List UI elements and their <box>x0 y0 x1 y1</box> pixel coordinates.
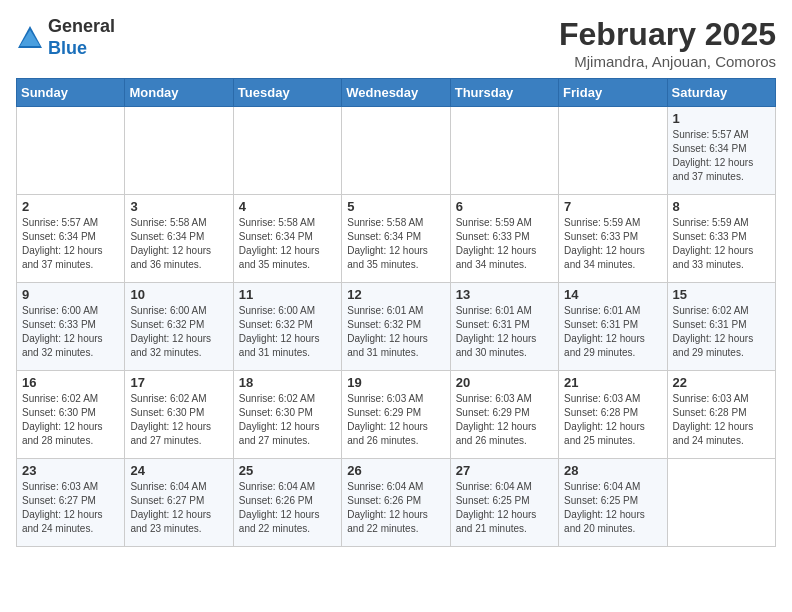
day-number: 4 <box>239 199 336 214</box>
day-info: Sunrise: 6:02 AM Sunset: 6:30 PM Dayligh… <box>130 392 227 448</box>
calendar-cell: 11Sunrise: 6:00 AM Sunset: 6:32 PM Dayli… <box>233 283 341 371</box>
day-number: 25 <box>239 463 336 478</box>
calendar-cell <box>450 107 558 195</box>
day-number: 12 <box>347 287 444 302</box>
calendar-cell: 20Sunrise: 6:03 AM Sunset: 6:29 PM Dayli… <box>450 371 558 459</box>
day-info: Sunrise: 6:01 AM Sunset: 6:32 PM Dayligh… <box>347 304 444 360</box>
day-info: Sunrise: 6:00 AM Sunset: 6:32 PM Dayligh… <box>239 304 336 360</box>
calendar-cell: 1Sunrise: 5:57 AM Sunset: 6:34 PM Daylig… <box>667 107 775 195</box>
day-info: Sunrise: 5:58 AM Sunset: 6:34 PM Dayligh… <box>347 216 444 272</box>
day-number: 3 <box>130 199 227 214</box>
calendar-cell: 19Sunrise: 6:03 AM Sunset: 6:29 PM Dayli… <box>342 371 450 459</box>
day-info: Sunrise: 5:58 AM Sunset: 6:34 PM Dayligh… <box>130 216 227 272</box>
calendar-cell <box>667 459 775 547</box>
day-info: Sunrise: 5:57 AM Sunset: 6:34 PM Dayligh… <box>22 216 119 272</box>
calendar-cell: 3Sunrise: 5:58 AM Sunset: 6:34 PM Daylig… <box>125 195 233 283</box>
logo: General Blue <box>16 16 115 59</box>
calendar-cell: 2Sunrise: 5:57 AM Sunset: 6:34 PM Daylig… <box>17 195 125 283</box>
weekday-header-wednesday: Wednesday <box>342 79 450 107</box>
day-info: Sunrise: 6:01 AM Sunset: 6:31 PM Dayligh… <box>456 304 553 360</box>
day-info: Sunrise: 5:58 AM Sunset: 6:34 PM Dayligh… <box>239 216 336 272</box>
day-info: Sunrise: 6:04 AM Sunset: 6:27 PM Dayligh… <box>130 480 227 536</box>
calendar-table: SundayMondayTuesdayWednesdayThursdayFrid… <box>16 78 776 547</box>
calendar-cell: 14Sunrise: 6:01 AM Sunset: 6:31 PM Dayli… <box>559 283 667 371</box>
calendar-cell: 7Sunrise: 5:59 AM Sunset: 6:33 PM Daylig… <box>559 195 667 283</box>
day-number: 6 <box>456 199 553 214</box>
day-info: Sunrise: 6:03 AM Sunset: 6:29 PM Dayligh… <box>456 392 553 448</box>
day-info: Sunrise: 6:00 AM Sunset: 6:32 PM Dayligh… <box>130 304 227 360</box>
calendar-cell <box>125 107 233 195</box>
calendar-cell: 6Sunrise: 5:59 AM Sunset: 6:33 PM Daylig… <box>450 195 558 283</box>
day-info: Sunrise: 6:03 AM Sunset: 6:29 PM Dayligh… <box>347 392 444 448</box>
day-number: 13 <box>456 287 553 302</box>
day-info: Sunrise: 5:59 AM Sunset: 6:33 PM Dayligh… <box>456 216 553 272</box>
day-number: 24 <box>130 463 227 478</box>
day-number: 5 <box>347 199 444 214</box>
calendar-cell: 16Sunrise: 6:02 AM Sunset: 6:30 PM Dayli… <box>17 371 125 459</box>
logo-blue-text: Blue <box>48 38 87 58</box>
weekday-header-saturday: Saturday <box>667 79 775 107</box>
day-number: 11 <box>239 287 336 302</box>
calendar-cell: 23Sunrise: 6:03 AM Sunset: 6:27 PM Dayli… <box>17 459 125 547</box>
day-number: 28 <box>564 463 661 478</box>
calendar-cell: 21Sunrise: 6:03 AM Sunset: 6:28 PM Dayli… <box>559 371 667 459</box>
day-info: Sunrise: 6:01 AM Sunset: 6:31 PM Dayligh… <box>564 304 661 360</box>
weekday-header-tuesday: Tuesday <box>233 79 341 107</box>
day-number: 20 <box>456 375 553 390</box>
calendar-cell: 24Sunrise: 6:04 AM Sunset: 6:27 PM Dayli… <box>125 459 233 547</box>
day-info: Sunrise: 6:02 AM Sunset: 6:30 PM Dayligh… <box>239 392 336 448</box>
calendar-cell <box>233 107 341 195</box>
calendar-cell: 26Sunrise: 6:04 AM Sunset: 6:26 PM Dayli… <box>342 459 450 547</box>
calendar-week-row: 1Sunrise: 5:57 AM Sunset: 6:34 PM Daylig… <box>17 107 776 195</box>
day-info: Sunrise: 6:02 AM Sunset: 6:31 PM Dayligh… <box>673 304 770 360</box>
weekday-header-friday: Friday <box>559 79 667 107</box>
svg-marker-1 <box>20 30 40 46</box>
calendar-week-row: 9Sunrise: 6:00 AM Sunset: 6:33 PM Daylig… <box>17 283 776 371</box>
day-number: 9 <box>22 287 119 302</box>
day-info: Sunrise: 5:59 AM Sunset: 6:33 PM Dayligh… <box>564 216 661 272</box>
weekday-header-sunday: Sunday <box>17 79 125 107</box>
day-info: Sunrise: 6:04 AM Sunset: 6:26 PM Dayligh… <box>347 480 444 536</box>
calendar-cell: 13Sunrise: 6:01 AM Sunset: 6:31 PM Dayli… <box>450 283 558 371</box>
day-number: 18 <box>239 375 336 390</box>
calendar-cell: 25Sunrise: 6:04 AM Sunset: 6:26 PM Dayli… <box>233 459 341 547</box>
logo-general-text: General <box>48 16 115 36</box>
calendar-cell: 10Sunrise: 6:00 AM Sunset: 6:32 PM Dayli… <box>125 283 233 371</box>
weekday-header-monday: Monday <box>125 79 233 107</box>
day-number: 19 <box>347 375 444 390</box>
day-number: 7 <box>564 199 661 214</box>
calendar-cell: 27Sunrise: 6:04 AM Sunset: 6:25 PM Dayli… <box>450 459 558 547</box>
calendar-cell: 4Sunrise: 5:58 AM Sunset: 6:34 PM Daylig… <box>233 195 341 283</box>
calendar-week-row: 23Sunrise: 6:03 AM Sunset: 6:27 PM Dayli… <box>17 459 776 547</box>
day-info: Sunrise: 5:57 AM Sunset: 6:34 PM Dayligh… <box>673 128 770 184</box>
logo-icon <box>16 24 44 52</box>
calendar-cell <box>559 107 667 195</box>
day-info: Sunrise: 6:00 AM Sunset: 6:33 PM Dayligh… <box>22 304 119 360</box>
calendar-cell: 5Sunrise: 5:58 AM Sunset: 6:34 PM Daylig… <box>342 195 450 283</box>
weekday-header-thursday: Thursday <box>450 79 558 107</box>
day-info: Sunrise: 6:04 AM Sunset: 6:26 PM Dayligh… <box>239 480 336 536</box>
day-info: Sunrise: 5:59 AM Sunset: 6:33 PM Dayligh… <box>673 216 770 272</box>
day-number: 10 <box>130 287 227 302</box>
calendar-cell <box>342 107 450 195</box>
page-header: General Blue February 2025 Mjimandra, An… <box>16 16 776 70</box>
day-info: Sunrise: 6:02 AM Sunset: 6:30 PM Dayligh… <box>22 392 119 448</box>
calendar-week-row: 2Sunrise: 5:57 AM Sunset: 6:34 PM Daylig… <box>17 195 776 283</box>
day-info: Sunrise: 6:03 AM Sunset: 6:28 PM Dayligh… <box>673 392 770 448</box>
month-title: February 2025 <box>559 16 776 53</box>
weekday-header-row: SundayMondayTuesdayWednesdayThursdayFrid… <box>17 79 776 107</box>
calendar-cell: 22Sunrise: 6:03 AM Sunset: 6:28 PM Dayli… <box>667 371 775 459</box>
calendar-cell: 18Sunrise: 6:02 AM Sunset: 6:30 PM Dayli… <box>233 371 341 459</box>
calendar-cell: 9Sunrise: 6:00 AM Sunset: 6:33 PM Daylig… <box>17 283 125 371</box>
calendar-cell: 8Sunrise: 5:59 AM Sunset: 6:33 PM Daylig… <box>667 195 775 283</box>
calendar-cell: 15Sunrise: 6:02 AM Sunset: 6:31 PM Dayli… <box>667 283 775 371</box>
day-number: 23 <box>22 463 119 478</box>
day-number: 27 <box>456 463 553 478</box>
day-number: 26 <box>347 463 444 478</box>
day-number: 22 <box>673 375 770 390</box>
calendar-cell: 12Sunrise: 6:01 AM Sunset: 6:32 PM Dayli… <box>342 283 450 371</box>
day-number: 8 <box>673 199 770 214</box>
day-number: 16 <box>22 375 119 390</box>
day-number: 2 <box>22 199 119 214</box>
day-info: Sunrise: 6:03 AM Sunset: 6:27 PM Dayligh… <box>22 480 119 536</box>
